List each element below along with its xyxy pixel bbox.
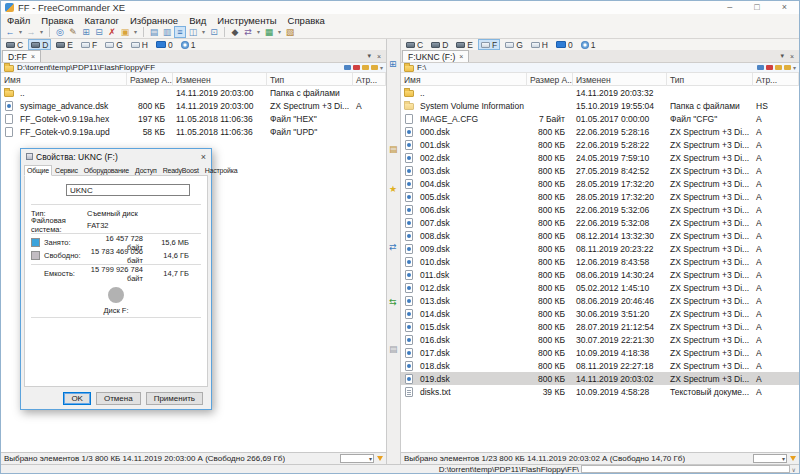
settings-icon[interactable]: ◆ — [229, 26, 241, 38]
drive-button-D[interactable]: D — [28, 39, 51, 50]
copy-doc-icon[interactable]: ▤ — [389, 344, 398, 354]
favorite-folder-yellow-2-icon[interactable] — [784, 65, 791, 70]
column-header-modified[interactable]: Изменен — [173, 73, 267, 86]
file-row-008.dsk[interactable]: 008.dsk800 КБ08.12.2014 13:32:30ZX Spect… — [401, 229, 799, 242]
file-row-013.dsk[interactable]: 013.dsk800 КБ08.06.2019 20:46:46ZX Spect… — [401, 294, 799, 307]
back-icon[interactable]: ← — [4, 26, 16, 38]
column-header-size[interactable]: Размер А... — [527, 73, 573, 86]
close-icon[interactable]: × — [782, 1, 787, 14]
column-header-type[interactable]: Тип — [667, 73, 753, 86]
menu-item-folder[interactable]: Каталог — [84, 15, 119, 26]
file-row-003.dsk[interactable]: 003.dsk800 КБ27.05.2019 8:42:52ZX Spectr… — [401, 164, 799, 177]
tab-close-icon[interactable]: × — [31, 53, 35, 60]
apply-button[interactable]: Применить — [146, 392, 203, 405]
volume-label-input[interactable]: UKNC — [66, 184, 190, 196]
file-row-..[interactable]: ..14.11.2019 20:03:00Папка с файлами — [1, 86, 386, 99]
right-filter-combo[interactable]: ▾ — [753, 454, 787, 463]
file-row-009.dsk[interactable]: 009.dsk800 КБ08.11.2019 20:23:22ZX Spect… — [401, 242, 799, 255]
tab-left-active[interactable]: D:FF × — [2, 50, 41, 62]
drive-button-G[interactable]: G — [502, 39, 526, 50]
file-row-FF_Gotek-v0.9.19a.upd[interactable]: FF_Gotek-v0.9.19a.upd58 КБ11.05.2018 11:… — [1, 125, 386, 138]
file-row-sysimage_advance.dsk[interactable]: sysimage_advance.dsk800 КБ14.11.2019 20:… — [1, 99, 386, 112]
image-view-icon[interactable]: ▦ — [263, 26, 275, 38]
image-dropdown-icon[interactable]: ▾ — [276, 26, 283, 38]
dialog-tab-Сервис[interactable]: Сервис — [52, 165, 81, 176]
refresh-icon[interactable]: ◎ — [54, 26, 66, 38]
minimize-icon[interactable]: – — [727, 1, 732, 14]
drive-button-1[interactable]: 1 — [178, 39, 199, 50]
left-filter-combo[interactable]: ▾ — [340, 454, 374, 463]
menu-item-view[interactable]: Вид — [189, 15, 206, 26]
dialog-tab-Доступ[interactable]: Доступ — [132, 165, 160, 176]
tab-bar-close-icon[interactable]: × — [790, 53, 794, 60]
filter-icon[interactable] — [377, 456, 383, 461]
file-row-016.dsk[interactable]: 016.dsk800 КБ30.07.2019 22:21:30ZX Spect… — [401, 333, 799, 346]
maximize-icon[interactable]: □ — [754, 1, 759, 14]
tab-close-icon[interactable]: × — [459, 53, 463, 60]
flat-view-icon[interactable]: ▥ — [161, 26, 173, 38]
command-input[interactable] — [581, 465, 790, 473]
file-row-System-Volume-Information[interactable]: System Volume Information15.10.2019 19:5… — [401, 99, 799, 112]
drive-button-E[interactable]: E — [53, 39, 76, 50]
path-dropdown-icon[interactable]: ▾ — [380, 64, 383, 71]
filter-icon[interactable] — [790, 456, 796, 461]
ok-button[interactable]: OK — [63, 392, 91, 405]
drive-button-H[interactable]: H — [528, 39, 551, 50]
folder-dropdown-icon[interactable]: ▾ — [132, 26, 139, 38]
sync-icon[interactable]: ⇄ — [242, 26, 254, 38]
back-dropdown-icon[interactable]: ▾ — [17, 26, 24, 38]
file-row-018.dsk[interactable]: 018.dsk800 КБ08.11.2019 22:27:18ZX Spect… — [401, 359, 799, 372]
drive-button-0[interactable]: 0 — [153, 39, 176, 50]
file-row-..[interactable]: ..14.11.2019 20:03:32 — [401, 86, 799, 99]
file-row-002.dsk[interactable]: 002.dsk800 КБ24.05.2019 7:59:10ZX Spectr… — [401, 151, 799, 164]
drive-button-E[interactable]: E — [453, 39, 476, 50]
drive-button-F[interactable]: F — [478, 39, 500, 50]
file-row-011.dsk[interactable]: 011.dsk800 КБ08.06.2019 14:30:24ZX Spect… — [401, 268, 799, 281]
column-header-attr[interactable]: Атр... — [753, 73, 799, 86]
tab-list-dropdown-icon[interactable]: ▾ — [367, 52, 371, 60]
menu-item-help[interactable]: Справка — [288, 15, 325, 26]
column-header-type[interactable]: Тип — [267, 73, 353, 86]
menu-item-edit[interactable]: Правка — [41, 15, 73, 26]
right-path[interactable]: F:\ — [417, 63, 426, 72]
file-row-004.dsk[interactable]: 004.dsk800 КБ28.05.2019 17:32:20ZX Spect… — [401, 177, 799, 190]
dialog-tab-Оборудование[interactable]: Оборудование — [81, 165, 132, 176]
layout-grid-icon[interactable]: ⊞ — [389, 59, 397, 69]
favorite-folder-yellow-icon[interactable] — [775, 65, 782, 70]
drive-button-D[interactable]: D — [428, 39, 451, 50]
folder-tools-icon[interactable]: ▤ — [389, 144, 398, 154]
drive-button-G[interactable]: G — [102, 39, 126, 50]
delete-icon[interactable]: ✗ — [106, 26, 118, 38]
file-row-FF_Gotek-v0.9.19a.hex[interactable]: FF_Gotek-v0.9.19a.hex197 КБ11.05.2018 11… — [1, 112, 386, 125]
dialog-close-icon[interactable]: × — [201, 152, 206, 162]
editor-icon[interactable]: ⊡ — [208, 26, 220, 38]
file-row-012.dsk[interactable]: 012.dsk800 КБ05.02.2012 1:45:10ZX Spectr… — [401, 281, 799, 294]
column-header-size[interactable]: Размер А... — [127, 73, 173, 86]
list-view-icon[interactable]: ≡ — [174, 26, 186, 38]
column-header-name[interactable]: Имя — [1, 73, 127, 86]
file-row-IMAGE_A.CFG[interactable]: IMAGE_A.CFG7 Байт01.05.2017 0:00:00Файл … — [401, 112, 799, 125]
favorite-folder-red-icon[interactable] — [766, 65, 773, 70]
forward-icon[interactable]: → — [25, 26, 37, 38]
drive-button-C[interactable]: C — [3, 39, 26, 50]
menu-item-file[interactable]: Файл — [7, 15, 30, 26]
sync-panels-icon[interactable]: ⇄ — [389, 242, 397, 252]
sync-dropdown-icon[interactable]: ▾ — [255, 26, 262, 38]
drive-button-H[interactable]: H — [128, 39, 151, 50]
file-row-015.dsk[interactable]: 015.dsk800 КБ28.07.2019 21:12:54ZX Spect… — [401, 320, 799, 333]
tree-view-icon[interactable]: ▤ — [148, 26, 160, 38]
path-dropdown-icon[interactable]: ▾ — [793, 64, 796, 71]
drive-button-0[interactable]: 0 — [553, 39, 576, 50]
split-view-icon[interactable]: ◫ — [187, 26, 199, 38]
file-row-017.dsk[interactable]: 017.dsk800 КБ10.09.2019 4:18:38ZX Spectr… — [401, 346, 799, 359]
drive-button-C[interactable]: C — [403, 39, 426, 50]
favorite-folder-blue-icon[interactable] — [344, 65, 351, 70]
tab-list-dropdown-icon[interactable]: ▾ — [780, 52, 784, 60]
file-row-000.dsk[interactable]: 000.dsk800 КБ22.06.2019 5:28:16ZX Spectr… — [401, 125, 799, 138]
favorite-folder-yellow-2-icon[interactable] — [371, 65, 378, 70]
favorite-folder-yellow-icon[interactable] — [362, 65, 369, 70]
dialog-tab-Общие[interactable]: Общие — [24, 165, 52, 176]
column-header-attr[interactable]: Атр... — [353, 73, 386, 86]
edit-icon[interactable]: ✎ — [67, 26, 79, 38]
favorite-folder-blue-icon[interactable] — [757, 65, 764, 70]
